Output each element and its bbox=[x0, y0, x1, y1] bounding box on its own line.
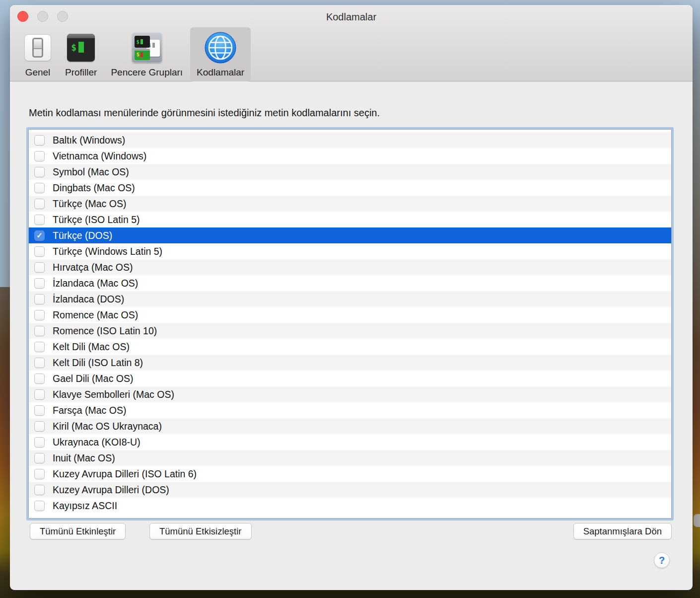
help-button[interactable]: ? bbox=[654, 552, 670, 568]
encoding-checkbox[interactable] bbox=[34, 342, 45, 352]
tab-kodlamalar-label: Kodlamalar bbox=[197, 67, 244, 78]
encoding-label: Türkçe (DOS) bbox=[53, 230, 112, 241]
encoding-checkbox[interactable] bbox=[34, 374, 45, 384]
encoding-checkbox[interactable] bbox=[34, 135, 45, 146]
encoding-label: Türkçe (ISO Latin 5) bbox=[53, 214, 140, 225]
terminal-preferences-window: Kodlamalar Genel $ Profiller bbox=[10, 5, 693, 590]
encoding-checkbox[interactable] bbox=[34, 167, 45, 177]
encoding-checkbox[interactable] bbox=[34, 469, 45, 479]
encoding-checkbox[interactable] bbox=[34, 262, 45, 273]
encoding-row[interactable]: Ukraynaca (KOI8-U) bbox=[29, 434, 671, 450]
encoding-row[interactable]: İzlandaca (DOS) bbox=[29, 291, 671, 307]
tab-genel-label: Genel bbox=[25, 67, 51, 78]
encoding-label: Klavye Sembolleri (Mac OS) bbox=[53, 389, 174, 400]
encoding-label: Romence (Mac OS) bbox=[53, 309, 138, 321]
encoding-checkbox[interactable] bbox=[34, 278, 45, 289]
tab-pencere-gruplari-label: Pencere Grupları bbox=[111, 67, 183, 78]
encoding-label: Kiril (Mac OS Ukraynaca) bbox=[53, 421, 162, 432]
encoding-label: Kuzey Avrupa Dilleri (ISO Latin 6) bbox=[53, 468, 197, 480]
encoding-row[interactable]: Kayıpsız ASCII bbox=[29, 498, 671, 514]
encoding-label: Türkçe (Mac OS) bbox=[53, 198, 126, 210]
encoding-label: Türkçe (Windows Latin 5) bbox=[53, 246, 162, 257]
instruction-text: Metin kodlaması menülerinde görünmesini … bbox=[29, 107, 380, 119]
encoding-checkbox[interactable] bbox=[34, 358, 45, 368]
encoding-row[interactable]: İzlandaca (Mac OS) bbox=[29, 275, 671, 291]
encoding-row[interactable]: Vietnamca (Windows) bbox=[29, 148, 671, 164]
encoding-label: Farsça (Mac OS) bbox=[53, 405, 126, 416]
encoding-row[interactable]: Kiril (Mac OS Ukraynaca) bbox=[29, 418, 671, 434]
encoding-label: Kuzey Avrupa Dilleri (DOS) bbox=[53, 484, 169, 496]
encoding-row[interactable]: Symbol (Mac OS) bbox=[29, 164, 671, 180]
window-header: Kodlamalar Genel $ Profiller bbox=[10, 5, 693, 81]
encoding-label: Dingbats (Mac OS) bbox=[53, 182, 135, 194]
encoding-checkbox[interactable] bbox=[34, 199, 45, 209]
encoding-label: Symbol (Mac OS) bbox=[53, 166, 129, 178]
window-groups-icon: $ $ $ bbox=[132, 30, 162, 66]
encoding-label: Ukraynaca (KOI8-U) bbox=[53, 437, 140, 448]
encoding-row[interactable]: Kelt Dili (ISO Latin 8) bbox=[29, 355, 671, 371]
encoding-row[interactable]: Kuzey Avrupa Dilleri (DOS) bbox=[29, 482, 671, 498]
terminal-icon: $ bbox=[67, 30, 95, 66]
disable-all-button[interactable]: Tümünü Etkisizleştir bbox=[149, 523, 252, 539]
restore-defaults-button[interactable]: Saptanmışlara Dön bbox=[573, 523, 672, 539]
encoding-label: Kayıpsız ASCII bbox=[53, 500, 117, 512]
encoding-label: Baltık (Windows) bbox=[53, 135, 125, 146]
encoding-label: Kelt Dili (Mac OS) bbox=[53, 341, 130, 353]
switch-icon bbox=[24, 30, 51, 66]
encoding-row[interactable]: Inuit (Mac OS) bbox=[29, 450, 671, 466]
encoding-checkbox[interactable] bbox=[34, 326, 45, 336]
encoding-checkbox[interactable] bbox=[34, 389, 45, 400]
encoding-checkbox[interactable] bbox=[34, 405, 45, 416]
encoding-label: Romence (ISO Latin 10) bbox=[53, 325, 157, 337]
globe-icon bbox=[205, 30, 236, 66]
encoding-row[interactable]: Baltık (Windows) bbox=[29, 132, 671, 148]
encoding-checkbox[interactable] bbox=[34, 437, 45, 448]
encoding-checkbox[interactable]: ✓ bbox=[34, 230, 45, 241]
encoding-checkbox[interactable] bbox=[34, 485, 45, 495]
encoding-row[interactable]: Türkçe (ISO Latin 5) bbox=[29, 212, 671, 227]
encoding-label: Kelt Dili (ISO Latin 8) bbox=[53, 357, 143, 369]
encoding-row[interactable]: Türkçe (Mac OS) bbox=[29, 196, 671, 212]
window-title: Kodlamalar bbox=[10, 5, 693, 29]
encoding-row[interactable]: Kuzey Avrupa Dilleri (ISO Latin 6) bbox=[29, 466, 671, 482]
encoding-checkbox[interactable] bbox=[34, 151, 45, 161]
background-window-fragment bbox=[694, 514, 700, 527]
tab-pencere-gruplari[interactable]: $ $ $ Pencere Grupları bbox=[104, 27, 189, 81]
tab-kodlamalar[interactable]: Kodlamalar bbox=[190, 27, 251, 81]
preferences-toolbar: Genel $ Profiller $ $ $ bbox=[18, 27, 251, 81]
encoding-label: İzlandaca (Mac OS) bbox=[53, 278, 138, 289]
encoding-checkbox[interactable] bbox=[34, 421, 45, 432]
encoding-row[interactable]: Türkçe (Windows Latin 5) bbox=[29, 243, 671, 259]
encoding-row[interactable]: Romence (Mac OS) bbox=[29, 307, 671, 323]
encoding-checkbox[interactable] bbox=[34, 215, 45, 225]
tab-genel[interactable]: Genel bbox=[18, 27, 58, 81]
encoding-list[interactable]: Baltık (Windows)Vietnamca (Windows)Symbo… bbox=[28, 129, 672, 519]
encoding-row[interactable]: Farsça (Mac OS) bbox=[29, 402, 671, 418]
encoding-row[interactable]: Klavye Sembolleri (Mac OS) bbox=[29, 386, 671, 402]
encoding-row[interactable]: Hırvatça (Mac OS) bbox=[29, 259, 671, 275]
encoding-label: Inuit (Mac OS) bbox=[53, 452, 115, 464]
encoding-row[interactable]: ✓Türkçe (DOS) bbox=[29, 227, 671, 243]
tab-profiller[interactable]: $ Profiller bbox=[59, 27, 103, 81]
encoding-row[interactable]: Romence (ISO Latin 10) bbox=[29, 323, 671, 339]
encoding-label: Hırvatça (Mac OS) bbox=[53, 262, 133, 273]
tab-profiller-label: Profiller bbox=[65, 67, 97, 78]
encoding-checkbox[interactable] bbox=[34, 453, 45, 463]
encoding-label: İzlandaca (DOS) bbox=[53, 294, 124, 305]
encoding-checkbox[interactable] bbox=[34, 294, 45, 304]
encoding-checkbox[interactable] bbox=[34, 501, 45, 511]
encoding-row[interactable]: Gael Dili (Mac OS) bbox=[29, 371, 671, 386]
encoding-label: Vietnamca (Windows) bbox=[53, 150, 146, 162]
enable-all-button[interactable]: Tümünü Etkinleştir bbox=[30, 523, 126, 539]
encoding-checkbox[interactable] bbox=[34, 310, 45, 320]
encoding-checkbox[interactable] bbox=[34, 246, 45, 257]
encoding-row[interactable]: Kelt Dili (Mac OS) bbox=[29, 339, 671, 355]
encoding-checkbox[interactable] bbox=[34, 183, 45, 193]
encoding-label: Gael Dili (Mac OS) bbox=[53, 373, 134, 384]
encoding-row[interactable]: Dingbats (Mac OS) bbox=[29, 180, 671, 196]
